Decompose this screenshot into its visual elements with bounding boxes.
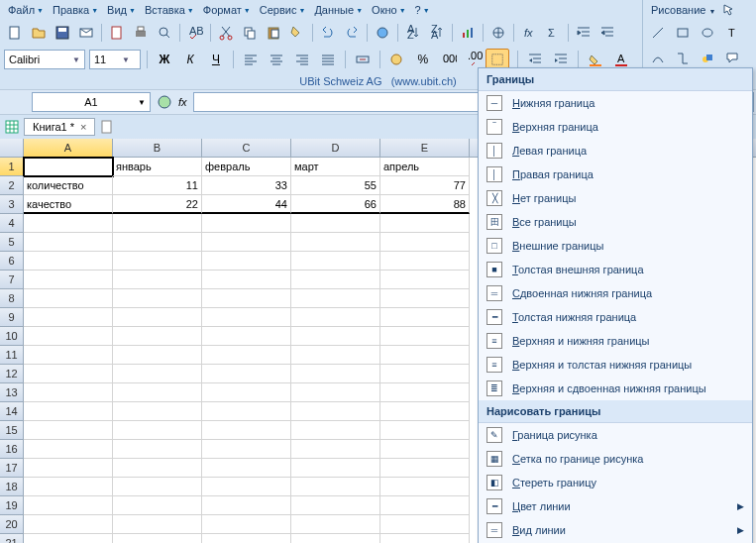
cell[interactable] (24, 515, 113, 534)
border-option[interactable]: ═Сдвоенная нижняя граница (479, 281, 752, 305)
link-icon[interactable] (372, 22, 393, 44)
menu-edit[interactable]: Правка▼ (49, 2, 102, 18)
font-name-combo[interactable]: ▼ (4, 50, 85, 69)
cell[interactable] (202, 440, 291, 459)
cell[interactable] (380, 459, 470, 478)
cell[interactable] (24, 496, 113, 515)
shapes-icon[interactable] (697, 48, 718, 69)
cell[interactable] (380, 365, 470, 383)
cell[interactable] (113, 402, 202, 421)
italic-icon[interactable]: К (179, 49, 201, 70)
cell[interactable] (202, 365, 291, 383)
underline-icon[interactable]: Ч (205, 49, 227, 70)
cell[interactable] (291, 346, 380, 365)
border-option[interactable]: ≡Верхняя и толстая нижняя границы (479, 353, 752, 377)
row-header[interactable]: 19 (0, 496, 24, 515)
draw-border-option[interactable]: ◧Стереть границу (479, 471, 752, 494)
cell[interactable] (202, 515, 291, 534)
cell[interactable] (24, 421, 113, 440)
drawing-menu[interactable]: Рисование ▼ (647, 2, 719, 18)
cell[interactable] (113, 496, 202, 515)
cell[interactable] (202, 289, 291, 308)
row-header[interactable]: 1 (0, 158, 24, 176)
menu-file[interactable]: Файл▼ (4, 2, 48, 18)
row-header[interactable]: 16 (0, 440, 24, 459)
border-option[interactable]: 田Все границы (479, 210, 752, 234)
cell[interactable] (380, 289, 470, 308)
border-option[interactable]: │Левая граница (479, 139, 752, 163)
cell[interactable] (24, 252, 113, 271)
cell[interactable]: 44 (202, 195, 291, 214)
draw-border-option[interactable]: ━Цвет линии▶ (479, 494, 752, 518)
text-icon[interactable]: T (721, 22, 743, 44)
menu-view[interactable]: Вид▼ (103, 2, 140, 18)
cell[interactable] (113, 289, 202, 308)
cell[interactable] (113, 383, 202, 402)
sum-icon[interactable]: Σ (542, 22, 564, 44)
sheet-icon[interactable] (99, 119, 115, 135)
cell[interactable] (291, 534, 380, 543)
cell[interactable] (24, 402, 113, 421)
cut-icon[interactable] (215, 22, 237, 44)
menu-help[interactable]: ?▼ (411, 2, 434, 18)
cell[interactable]: качество (24, 195, 113, 214)
open-icon[interactable] (28, 22, 50, 44)
cell[interactable] (291, 459, 380, 478)
cell[interactable] (202, 271, 291, 289)
col-header[interactable]: E (380, 139, 470, 157)
cell[interactable] (291, 233, 380, 252)
row-header[interactable]: 20 (0, 515, 24, 534)
rect-icon[interactable] (672, 22, 694, 44)
row-header[interactable]: 2 (0, 176, 24, 195)
row-header[interactable]: 7 (0, 271, 24, 289)
cell[interactable] (24, 346, 113, 365)
menu-tools[interactable]: Сервис▼ (256, 2, 310, 18)
cell[interactable]: 11 (113, 176, 202, 195)
row-header[interactable]: 8 (0, 289, 24, 308)
cell[interactable] (24, 478, 113, 496)
border-option[interactable]: │Правая граница (479, 163, 752, 186)
document-tab[interactable]: Книга1 *× (24, 118, 95, 136)
row-header[interactable]: 4 (0, 214, 24, 233)
cell[interactable]: 33 (202, 176, 291, 195)
cell[interactable] (380, 383, 470, 402)
paste-icon[interactable] (263, 22, 284, 44)
currency-icon[interactable] (386, 49, 408, 70)
draw-border-option[interactable]: ✎Граница рисунка (479, 423, 752, 447)
cell[interactable] (380, 534, 470, 543)
cell[interactable] (380, 346, 470, 365)
cell[interactable] (202, 402, 291, 421)
cell[interactable] (380, 478, 470, 496)
row-header[interactable]: 11 (0, 346, 24, 365)
cell[interactable] (380, 515, 470, 534)
cell[interactable] (291, 289, 380, 308)
sort-asc-icon[interactable]: AZ (402, 22, 424, 44)
spell-icon[interactable]: ABC (184, 22, 206, 44)
cell[interactable] (291, 402, 380, 421)
row-header[interactable]: 18 (0, 478, 24, 496)
cell[interactable] (113, 478, 202, 496)
cell[interactable] (202, 252, 291, 271)
row-header[interactable]: 10 (0, 327, 24, 346)
percent-icon[interactable]: % (412, 49, 434, 70)
save-icon[interactable] (52, 22, 73, 44)
cell[interactable] (24, 383, 113, 402)
cell[interactable] (24, 158, 113, 176)
ellipse-icon[interactable] (697, 22, 718, 44)
cell[interactable]: март (291, 158, 380, 176)
cell[interactable] (202, 478, 291, 496)
cell[interactable] (113, 214, 202, 233)
line-icon[interactable] (647, 22, 669, 44)
sort-desc-icon[interactable]: ZA (426, 22, 448, 44)
curve-icon[interactable] (647, 48, 669, 69)
cell[interactable] (113, 327, 202, 346)
cell[interactable]: январь (113, 158, 202, 176)
cell[interactable]: апрель (380, 158, 470, 176)
print-icon[interactable] (130, 22, 152, 44)
cell[interactable] (380, 440, 470, 459)
row-header[interactable]: 6 (0, 252, 24, 271)
undo-icon[interactable] (317, 22, 339, 44)
cell[interactable] (380, 233, 470, 252)
cell[interactable] (291, 327, 380, 346)
cell[interactable] (380, 327, 470, 346)
